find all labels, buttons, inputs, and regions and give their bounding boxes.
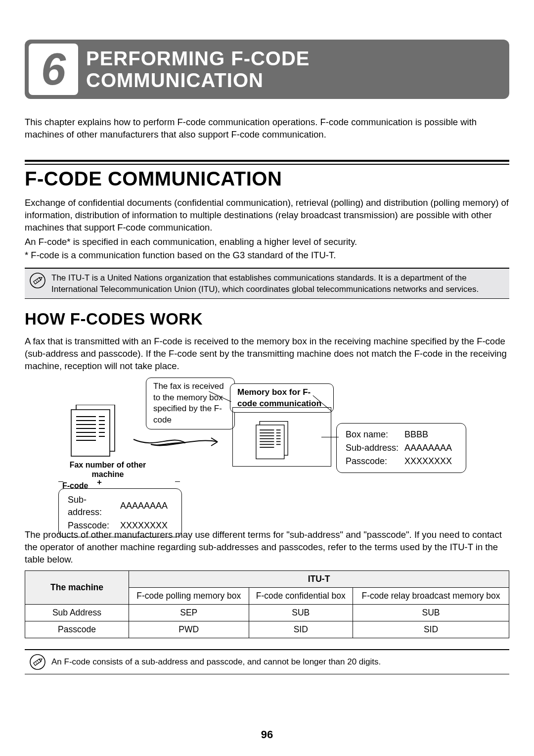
- itu-row0-c1: SUB: [249, 605, 353, 621]
- pencil-icon: [29, 653, 46, 671]
- itu-subhead-2: F-code relay broadcast memory box: [353, 588, 509, 605]
- itu-row1-c0: PWD: [129, 621, 249, 638]
- subsection-heading-how: HOW F-CODES WORK: [25, 310, 509, 329]
- boxinfo-pass-label: Passcode:: [346, 455, 403, 468]
- memory-box-info-table: Box name:BBBB Sub-address:AAAAAAAA Passc…: [345, 427, 458, 469]
- fax-document-in-box-icon: [255, 421, 289, 461]
- boxinfo-name-val: BBBB: [404, 428, 457, 441]
- fax-document-icon: [69, 405, 117, 458]
- itu-subhead-0: F-code polling memory box: [129, 588, 249, 605]
- paragraph-p1: Exchange of confidential documents (conf…: [25, 197, 509, 234]
- boxinfo-sub-val: AAAAAAAA: [404, 442, 457, 454]
- note-digits: An F-code consists of a sub-address and …: [25, 649, 509, 674]
- chapter-title-line1: PERFORMING F-CODE: [86, 47, 310, 69]
- svg-point-0: [30, 273, 45, 288]
- table-row: Passcode PWD SID SID: [25, 621, 509, 638]
- svg-point-34: [30, 655, 45, 669]
- memory-box-info: Box name:BBBB Sub-address:AAAAAAAA Passc…: [336, 423, 466, 473]
- itu-subhead-1: F-code confidential box: [249, 588, 353, 605]
- boxinfo-name-label: Box name:: [346, 428, 403, 441]
- tick-line: [175, 481, 180, 482]
- svg-line-36: [36, 662, 37, 664]
- page-number: 96: [0, 728, 534, 741]
- chapter-number-box: 6: [29, 44, 78, 95]
- chapter-number: 6: [41, 47, 66, 92]
- itu-row1-c2: SID: [353, 621, 509, 638]
- itu-row1-c1: SID: [249, 621, 353, 638]
- table-row: Sub Address SEP SUB SUB: [25, 605, 509, 621]
- boxinfo-pass-val: XXXXXXXX: [404, 455, 457, 468]
- fcode-box: Sub-address:AAAAAAAA Passcode:XXXXXXXX: [58, 488, 182, 538]
- fcode-sub-val: AAAAAAAA: [120, 494, 173, 519]
- itu-row1-label: Passcode: [25, 621, 129, 638]
- chapter-banner: 6 PERFORMING F-CODE COMMUNICATION: [25, 40, 509, 99]
- boxinfo-sub-label: Sub-address:: [346, 442, 403, 454]
- fcode-box-table: Sub-address:AAAAAAAA Passcode:XXXXXXXX: [67, 493, 174, 533]
- fcode-pass-label: Passcode:: [68, 520, 119, 532]
- arrow-icon: [131, 432, 230, 452]
- paragraph-p3: * F-code is a communication function bas…: [25, 249, 509, 262]
- svg-line-37: [37, 661, 39, 663]
- chapter-intro: This chapter explains how to perform F-c…: [25, 116, 509, 141]
- itu-header-machine: The machine: [25, 571, 129, 605]
- section-heading-fcode: F-CODE COMMUNICATION: [25, 168, 509, 190]
- chapter-title: PERFORMING F-CODE COMMUNICATION: [86, 47, 310, 91]
- paragraph-p2: An F-code* is specified in each communic…: [25, 236, 509, 248]
- pencil-icon: [29, 272, 46, 289]
- note-itu-text: The ITU-T is a United Nations organizati…: [51, 272, 505, 295]
- paragraph-p4: A fax that is transmitted with an F-code…: [25, 335, 509, 373]
- itu-row0-label: Sub Address: [25, 605, 129, 621]
- svg-line-3: [37, 279, 39, 282]
- note-digits-text: An F-code consists of a sub-address and …: [51, 653, 381, 668]
- itu-table: The machine ITU-T F-code polling memory …: [25, 570, 509, 638]
- fcode-diagram: The fax is received to the memory box sp…: [49, 378, 485, 526]
- chapter-title-line2: COMMUNICATION: [86, 69, 264, 91]
- fax-caption: Fax number of other machine: [63, 460, 152, 479]
- svg-line-2: [36, 280, 37, 283]
- itu-row0-c2: SUB: [353, 605, 509, 621]
- fcode-sub-label: Sub-address:: [68, 494, 119, 519]
- note-itu: The ITU-T is a United Nations organizati…: [25, 268, 509, 299]
- itu-row0-c0: SEP: [129, 605, 249, 621]
- fcode-pass-val: XXXXXXXX: [120, 520, 173, 532]
- plus-sign: +: [97, 477, 102, 487]
- callout-receive: The fax is received to the memory box sp…: [146, 378, 235, 430]
- itu-header-itu: ITU-T: [129, 571, 509, 588]
- section-divider: [25, 160, 509, 165]
